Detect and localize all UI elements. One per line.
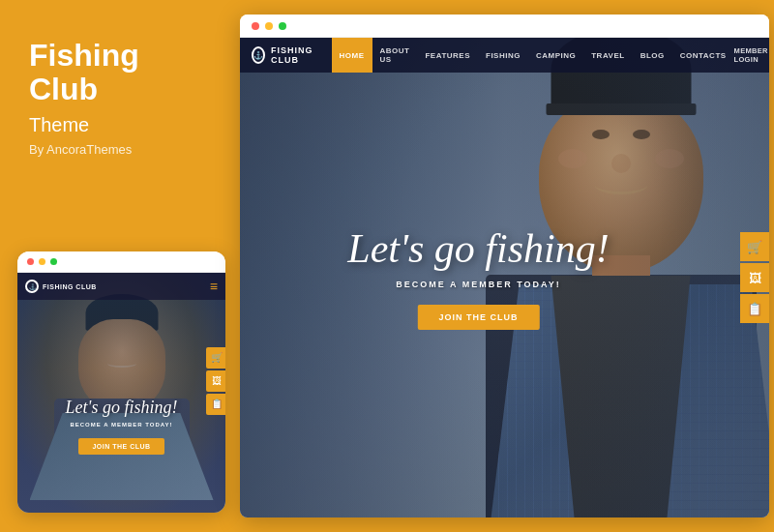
desktop-top-bar <box>240 15 769 38</box>
nav-item-about[interactable]: ABOUT US <box>372 38 418 73</box>
theme-subtitle: Theme <box>29 114 208 136</box>
nav-item-contacts[interactable]: CONTACTS <box>672 38 734 73</box>
mobile-list-icon[interactable]: 📋 <box>206 394 225 415</box>
main-title: Fishing Club <box>29 39 208 106</box>
mobile-overlay <box>17 273 225 513</box>
desktop-content: ⚓ FISHING CLUB HOME ABOUT US FEATURES FI… <box>240 38 769 517</box>
nav-item-home[interactable]: HOME <box>332 38 372 73</box>
mobile-hero-script: Let's go fishing! <box>17 398 225 418</box>
desktop-dot-green <box>279 22 286 30</box>
member-login-link[interactable]: MEMBER LOGIN <box>734 46 768 64</box>
mobile-gallery-icon[interactable]: 🖼 <box>206 370 225 392</box>
desktop-side-icons: 🛒 🖼 📋 <box>740 232 769 323</box>
desktop-logo-text: FISHING CLUB <box>271 45 317 65</box>
nav-item-fishing[interactable]: FISHING <box>478 38 528 73</box>
mobile-dot-yellow <box>39 258 45 265</box>
mobile-side-icons: 🛒 🖼 📋 <box>206 347 225 415</box>
mobile-dot-green <box>50 258 57 265</box>
mobile-mockup: ⚓ FISHING CLUB ≡ Let's go fishing! BECOM… <box>17 251 225 513</box>
author-text: By AncoraThemes <box>29 142 208 157</box>
desktop-hero-script: Let's go fishing! <box>347 225 609 272</box>
mobile-become-text: BECOME A MEMBER TODAY! <box>17 422 225 428</box>
mobile-dot-red <box>27 258 34 265</box>
mobile-top-bar <box>17 251 225 273</box>
nav-item-blog[interactable]: BLOG <box>633 38 672 73</box>
mobile-join-button[interactable]: JOIN THE CLUB <box>78 438 164 455</box>
desktop-logo: ⚓ FISHING CLUB <box>252 45 317 65</box>
mobile-logo: ⚓ FISHING CLUB <box>25 280 97 293</box>
desktop-dot-red <box>252 22 259 30</box>
mobile-cart-icon[interactable]: 🛒 <box>206 347 225 369</box>
mobile-content: ⚓ FISHING CLUB ≡ Let's go fishing! BECOM… <box>17 273 225 513</box>
nav-item-camping[interactable]: CAMPING <box>528 38 583 73</box>
desktop-logo-icon: ⚓ <box>252 46 265 64</box>
desktop-become-text: BECOME A MEMBER TODAY! <box>347 280 609 289</box>
desktop-list-icon[interactable]: 📋 <box>740 294 769 323</box>
desktop-cart-icon[interactable]: 🛒 <box>740 232 769 261</box>
mobile-navbar: ⚓ FISHING CLUB ≡ <box>17 273 225 300</box>
desktop-nav-items: HOME ABOUT US FEATURES FISHING CAMPING T… <box>332 38 734 73</box>
hamburger-icon[interactable]: ≡ <box>210 279 218 294</box>
desktop-hero-text: Let's go fishing! BECOME A MEMBER TODAY!… <box>347 225 609 330</box>
nav-item-features[interactable]: FEATURES <box>417 38 478 73</box>
nav-item-travel[interactable]: TRAVEL <box>583 38 632 73</box>
mobile-logo-text: FISHING CLUB <box>43 283 97 290</box>
desktop-join-button[interactable]: JOIN THE CLUB <box>417 305 539 330</box>
mobile-hero-text: Let's go fishing! BECOME A MEMBER TODAY!… <box>17 398 225 455</box>
desktop-gallery-icon[interactable]: 🖼 <box>740 263 769 292</box>
desktop-dot-yellow <box>265 22 273 30</box>
desktop-nav-actions: MEMBER LOGIN JOIN THE CLUB <box>734 38 769 74</box>
desktop-navbar: ⚓ FISHING CLUB HOME ABOUT US FEATURES FI… <box>240 38 769 73</box>
desktop-mockup: ⚓ FISHING CLUB HOME ABOUT US FEATURES FI… <box>240 15 769 517</box>
mobile-logo-icon: ⚓ <box>25 280 39 293</box>
